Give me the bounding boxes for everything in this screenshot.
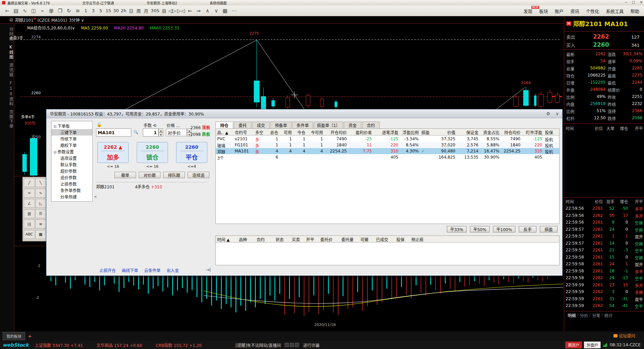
order-button-锁仓[interactable]: 2260锁仓 <box>137 142 168 163</box>
order-board-icon[interactable]: 单 <box>47 7 56 15</box>
index-上证指数[interactable]: 上证指数 3347.30 +7.41 <box>35 343 83 348</box>
period-button-周[interactable]: 周 <box>135 7 143 15</box>
view-tab-K线图[interactable]: K线图 <box>0 45 14 60</box>
quick-button-反手[interactable]: 反手 <box>519 226 536 232</box>
view-tab-页面下单[interactable]: 页面下单 <box>0 110 14 129</box>
position-row-2[interactable]: 郑醇MA101多44442254.257.753104.30%✓90,4807,… <box>216 148 559 154</box>
dialog-link-出入金[interactable]: 出入金 <box>167 267 179 273</box>
scroll-up-icon[interactable]: ∧ <box>203 7 212 15</box>
period-button-30[interactable]: 30 <box>112 7 120 15</box>
position-row-3[interactable]: 3个6405164,82513,53530.90%405 <box>216 154 559 160</box>
bid-row[interactable]: 买入 2260 341 <box>564 41 644 48</box>
tree-item-默认手数[interactable]: 默认手数 <box>52 161 92 168</box>
broker-line-label[interactable]: 华安期货-上海移动2 <box>147 0 177 5</box>
position-row-1[interactable]: 玻璃FG101多11111840112208.54%37,0202,5765.8… <box>216 142 559 148</box>
account-type-button-外盘户[interactable]: 外盘户 <box>584 342 601 348</box>
draw-tool-icon-8[interactable]: ||| <box>24 220 35 228</box>
trade-tab-成交[interactable]: 成交 <box>252 122 270 128</box>
menu-discover[interactable]: 发现NEW <box>521 7 535 15</box>
dialog-link-云条件单[interactable]: 云条件单 <box>144 267 160 273</box>
minimize-button[interactable]: ─ <box>625 0 627 4</box>
draw-tool-icon-6[interactable]: ▥ <box>24 209 35 218</box>
draw-tool-icon-10[interactable]: ABC <box>24 230 35 239</box>
tool-button-对价跟[interactable]: 对价跟 <box>139 172 160 178</box>
draw-tool-icon-5[interactable]: ◺ <box>35 199 46 208</box>
trade-tab-条件单[interactable]: 条件单 <box>292 122 313 128</box>
trade-dialog-title[interactable]: 华安期货 - 100816153 权益：43,797，可用资金：29,857，资… <box>46 109 562 118</box>
quick-button-平100%[interactable]: 平100% <box>493 226 515 232</box>
candle-chart-icon[interactable]: ◫ <box>29 7 38 15</box>
ask-row[interactable]: 卖出 2262 127 <box>564 33 644 40</box>
period-button-自[interactable]: 自 <box>160 7 168 15</box>
quote-list-icon[interactable]: ▤ <box>12 7 20 15</box>
tool-button-连续追[interactable]: 连续追 <box>188 172 209 178</box>
price-label[interactable]: 价格 ... <box>167 122 180 128</box>
quick-button-平50%[interactable]: 平50% <box>470 226 490 232</box>
forum-ask-link[interactable]: 论坛提问 <box>613 333 635 338</box>
draw-tool-icon-7[interactable]: ☰ <box>35 209 46 218</box>
trade-tab-预备单[interactable]: 预备单 <box>270 122 291 128</box>
quote-tab-统计[interactable]: 统计 <box>604 312 612 318</box>
period-button-2h[interactable]: 2h <box>120 7 128 15</box>
quantity-stepper[interactable]: ▲▼ <box>158 128 163 137</box>
cloud-node-label[interactable]: 文华云节点-辽宁联通 <box>82 0 114 5</box>
grid-icon[interactable]: ▦ <box>221 7 229 15</box>
index-CRB指数[interactable]: CRB指数 155.72 +1.20 <box>156 343 202 348</box>
draw-tool-icon-11[interactable]: ▩ <box>35 230 46 239</box>
position-row-0[interactable]: PVCv2101多11117490-25-125-3.34%37,3253,74… <box>216 136 559 142</box>
quick-button-平33%[interactable]: 平33% <box>447 226 467 232</box>
menu-news[interactable]: 资讯 <box>568 7 582 15</box>
chart-symbol-tab[interactable]: 郑醇2101M (CZCE MA101) <box>15 17 67 23</box>
shrink-bars-icon[interactable]: ◁▷ <box>168 7 176 15</box>
trade-tab-委托[interactable]: 委托 <box>234 122 251 128</box>
more-icon[interactable]: ⋯ <box>229 7 238 15</box>
tree-item-三键下单[interactable]: 三键下单 <box>52 129 92 136</box>
pan-right-icon[interactable]: ⇒ <box>194 7 203 15</box>
period-button-日[interactable]: 日 <box>128 7 135 15</box>
quantity-input[interactable]: 1 <box>143 128 158 137</box>
orders-header-row[interactable]: 时间 ▲品种合约状态买卖开平委托价委托量可撤已成交投保预止损 <box>216 236 559 243</box>
dialog-link-止损开仓[interactable]: 止损开仓 <box>99 267 116 273</box>
quote-tab-明细[interactable]: 明细 <box>568 312 576 318</box>
index-文华商品[interactable]: 文华商品 157.24 +0.60 <box>96 343 142 348</box>
positions-table[interactable]: 品.. ▲合约号多空总仓可用今仓今可用开仓均价盈利价差逐笔浮盈浮盈比例损盈价值保… <box>215 128 560 224</box>
tree-item-止损参数[interactable]: 止损参数 <box>52 181 92 187</box>
quick-button-损盈[interactable]: 损盈 <box>540 226 557 232</box>
gear-icon[interactable]: ⚙ <box>546 111 550 116</box>
account-type-button-期货户[interactable]: 期货户 <box>565 342 582 348</box>
refresh-icon[interactable]: ↻ <box>64 7 73 15</box>
menu-system-tools[interactable]: 系统工具 <box>603 7 626 15</box>
tree-item-传统下单[interactable]: 传统下单 <box>52 136 92 142</box>
tree-section-参数设置[interactable]: ⊟参数设置 <box>52 148 92 155</box>
collapse-dialog-icon[interactable]: ∨ <box>555 111 559 116</box>
search-icon[interactable]: 🔍 <box>133 130 138 135</box>
order-button-平仓[interactable]: 2260平仓 <box>176 142 207 163</box>
trade-dialog[interactable]: 华安期货 - 100816153 权益：43,797，可用资金：29,857，资… <box>46 109 563 276</box>
lock-icon[interactable]: 🔓 <box>97 122 102 127</box>
trade-tab-资金[interactable]: 资金 <box>344 122 361 128</box>
line-chart-icon[interactable]: ∿ <box>20 7 29 15</box>
links-more-icon[interactable]: →| <box>206 267 211 272</box>
menu-account[interactable]: 账户 <box>552 7 566 15</box>
tree-item-炒单热键[interactable]: 炒单热键 <box>52 193 92 200</box>
draw-tool-icon-2[interactable]: ≍ <box>24 189 35 198</box>
trade-tab-持仓[interactable]: 持仓 <box>215 122 233 128</box>
tree-item-选项设置[interactable]: 选项设置 <box>52 155 92 161</box>
close-button[interactable]: ✕ <box>640 0 643 4</box>
period-dropdown[interactable]: 3分钟 ∨ <box>69 17 84 23</box>
tree-item-超价参数[interactable]: 超价参数 <box>52 168 92 174</box>
chart-link-icon[interactable]: ⊟ <box>10 18 13 22</box>
route-map-link[interactable]: 系统线路图 <box>210 0 227 5</box>
expand-bars-icon[interactable]: ▷◁ <box>176 7 185 15</box>
tree-item-条件单参数[interactable]: 条件单参数 <box>52 187 92 193</box>
tool-button-排队跟[interactable]: 排队跟 <box>163 172 185 178</box>
menu-help[interactable]: 帮助 <box>628 7 642 15</box>
indicator-icon[interactable]: ≋ <box>73 7 82 15</box>
tool-button-撤单[interactable]: 撤单 <box>114 172 136 178</box>
trade-tab-合约[interactable]: 合约 <box>362 122 380 128</box>
save-icon[interactable]: ❐ <box>56 7 64 15</box>
add-workspace-button[interactable]: + <box>25 333 35 339</box>
view-tab-资讯链[interactable]: 资讯链 <box>0 63 14 77</box>
period-button-15[interactable]: 15 <box>105 7 112 15</box>
view-tab-F10资料[interactable]: F10资料 <box>0 81 14 106</box>
